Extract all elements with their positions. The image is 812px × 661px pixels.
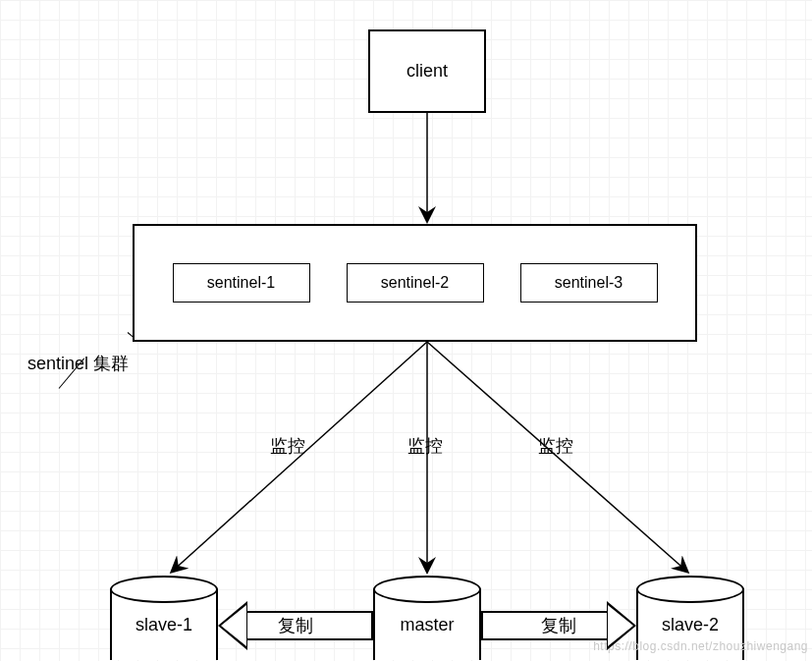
slave-1-label: slave-1 bbox=[135, 615, 192, 635]
replicate-arrow-right: 复制 bbox=[481, 601, 636, 650]
sentinel-1-node: sentinel-1 bbox=[173, 263, 310, 303]
client-label: client bbox=[406, 61, 448, 82]
master-node: master bbox=[373, 589, 481, 660]
slave-2-label: slave-2 bbox=[662, 615, 719, 635]
replicate-label-left: 复制 bbox=[278, 614, 313, 637]
edge-monitor-3: 监控 bbox=[538, 434, 573, 458]
sentinel-2-label: sentinel-2 bbox=[381, 274, 449, 292]
slave-1-node: slave-1 bbox=[110, 589, 218, 660]
master-label: master bbox=[400, 615, 454, 635]
sentinel-2-node: sentinel-2 bbox=[347, 263, 484, 303]
sentinel-1-label: sentinel-1 bbox=[207, 274, 275, 292]
edge-monitor-1: 监控 bbox=[270, 434, 305, 458]
sentinel-3-node: sentinel-3 bbox=[520, 263, 658, 303]
replicate-label-right: 复制 bbox=[541, 614, 576, 637]
sentinel-3-label: sentinel-3 bbox=[555, 274, 623, 292]
replicate-arrow-left: 复制 bbox=[218, 601, 373, 650]
edge-monitor-2: 监控 bbox=[407, 434, 443, 458]
sentinel-cluster: sentinel-1 sentinel-2 sentinel-3 bbox=[133, 224, 697, 342]
client-node: client bbox=[368, 29, 486, 113]
